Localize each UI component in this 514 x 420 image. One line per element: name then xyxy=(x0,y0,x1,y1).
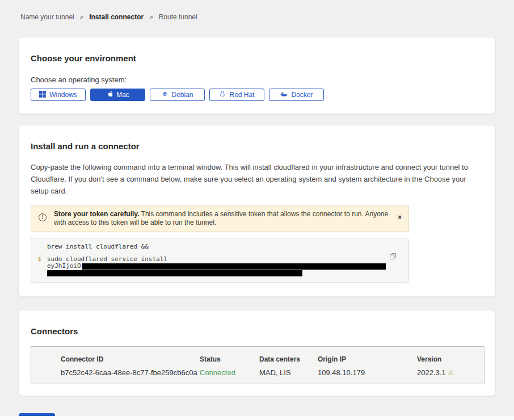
breadcrumb-separator: > xyxy=(80,14,83,20)
col-data-centers: Data centers xyxy=(259,355,318,363)
redhat-icon xyxy=(219,90,226,99)
breadcrumb: Name your tunnel > Install connector > R… xyxy=(20,0,496,21)
connectors-table: Connector ID Status Data centers Origin … xyxy=(31,346,484,384)
code-line-brew: brew install cloudflared && xyxy=(37,243,401,250)
token-prefix: eyJhIjoiO xyxy=(47,262,81,270)
choose-environment-title: Choose your environment xyxy=(31,53,483,63)
close-icon[interactable]: × xyxy=(398,214,402,221)
breadcrumb-install-connector[interactable]: Install connector xyxy=(89,13,144,21)
connectors-title: Connectors xyxy=(31,326,483,336)
version-value: 2022.3.1 ⚠ xyxy=(417,368,484,377)
os-button-label: Mac xyxy=(116,91,129,99)
choose-environment-card: Choose your environment Choose an operat… xyxy=(18,37,496,114)
redacted-token-bar xyxy=(82,263,386,270)
install-connector-card: Install and run a connector Copy-paste t… xyxy=(18,125,496,297)
os-button-docker[interactable]: Docker xyxy=(269,89,324,101)
os-button-label: Red Hat xyxy=(229,91,254,99)
debian-icon xyxy=(161,91,168,99)
os-button-mac[interactable]: Mac xyxy=(90,89,145,101)
os-button-label: Windows xyxy=(49,91,77,99)
version-warning-icon: ⚠ xyxy=(448,369,454,377)
warning-title: Store your token carefully. xyxy=(54,210,140,218)
os-select-label: Choose an operating system: xyxy=(31,75,483,84)
breadcrumb-route-tunnel[interactable]: Route tunnel xyxy=(159,13,197,21)
install-description: Copy-paste the following command into a … xyxy=(31,161,482,197)
status-badge: Connected xyxy=(200,368,259,377)
copy-icon[interactable] xyxy=(389,253,397,262)
bottom-strip xyxy=(0,416,514,420)
data-centers-value: MAD, LIS xyxy=(259,368,318,377)
alert-circle-icon: ! xyxy=(39,213,47,221)
col-origin-ip: Origin IP xyxy=(318,355,417,363)
col-status: Status xyxy=(200,355,259,363)
apple-icon xyxy=(106,90,113,99)
os-button-row: Windows Mac Debian Red Hat xyxy=(31,89,483,101)
install-command-codeblock: brew install cloudflared && $ sudo cloud… xyxy=(31,238,409,283)
os-button-label: Docker xyxy=(291,91,313,99)
col-version: Version xyxy=(417,355,484,363)
os-button-debian[interactable]: Debian xyxy=(150,89,205,101)
col-connector-id: Connector ID xyxy=(61,355,200,363)
redacted-token-bar xyxy=(47,270,302,276)
breadcrumb-separator: > xyxy=(149,14,153,20)
install-connector-title: Install and run a connector xyxy=(31,141,483,151)
tunnel-setup-page: Name your tunnel > Install connector > R… xyxy=(0,0,514,420)
token-warning-banner: ! Store your token carefully. This comma… xyxy=(31,205,409,232)
os-button-windows[interactable]: Windows xyxy=(31,89,86,101)
connectors-table-header: Connector ID Status Data centers Origin … xyxy=(61,355,484,363)
table-row: b7c52c42-6caa-48ee-8c77-fbe259cb6c0a Con… xyxy=(61,368,484,377)
connectors-card: Connectors Connector ID Status Data cent… xyxy=(18,310,496,396)
os-button-label: Debian xyxy=(171,91,193,99)
breadcrumb-name-your-tunnel[interactable]: Name your tunnel xyxy=(20,13,74,21)
origin-ip-value: 109.48.10.179 xyxy=(318,368,417,377)
windows-icon xyxy=(39,91,46,99)
connector-id-value: b7c52c42-6caa-48ee-8c77-fbe259cb6c0a xyxy=(61,368,200,377)
docker-icon xyxy=(280,91,288,99)
os-button-redhat[interactable]: Red Hat xyxy=(209,89,264,101)
shell-prompt: $ xyxy=(37,256,41,263)
